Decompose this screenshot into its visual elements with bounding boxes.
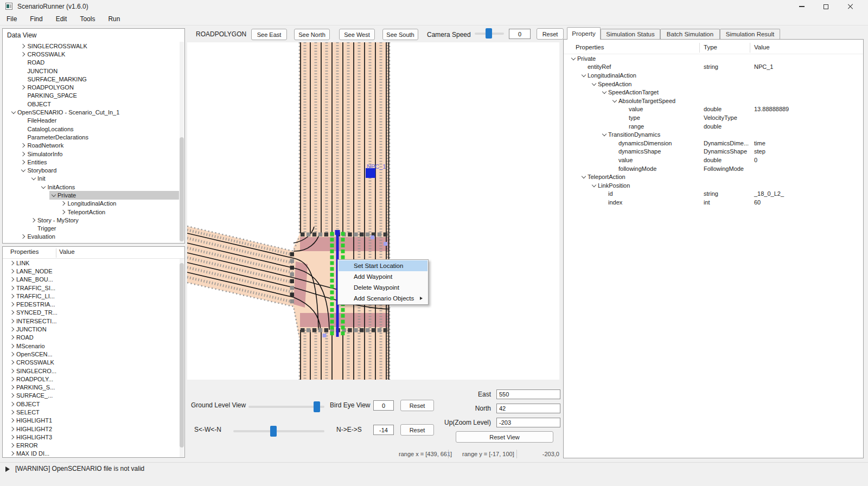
layer-item[interactable]: LANE_BOU... [3, 276, 179, 284]
layer-item[interactable]: OBJECT [3, 400, 179, 408]
property-row[interactable]: rangedouble [564, 122, 862, 131]
layer-item[interactable]: INTERSECTI... [3, 317, 179, 325]
close-button[interactable] [838, 0, 863, 13]
bird-eye-input[interactable] [373, 400, 394, 411]
property-row[interactable]: dynamicsDimensionDynamicsDime...time [564, 139, 862, 148]
map-canvas[interactable]: NPC_1 [187, 42, 559, 380]
property-row[interactable]: typeVelocityType [564, 113, 862, 122]
data-view-scrollbar[interactable] [180, 42, 184, 242]
menu-item-find[interactable]: Find [23, 13, 49, 25]
layer-item[interactable]: HIGHLIGHT1 [3, 417, 179, 425]
property-row[interactable]: valuedouble13.88888889 [564, 105, 862, 114]
east-input[interactable] [496, 389, 560, 399]
tree-item[interactable]: PARKING_SPACE [3, 92, 179, 100]
property-row[interactable]: SpeedAction [564, 80, 862, 88]
layer-scrollbar[interactable] [180, 259, 184, 457]
tab-batch-simulation[interactable]: Batch Simulation [660, 29, 720, 39]
expand-warning-icon[interactable] [5, 466, 10, 472]
property-row[interactable]: entityRefstringNPC_1 [564, 63, 862, 72]
see-button-west[interactable]: See West [339, 29, 375, 40]
camera-speed-slider-thumb[interactable] [486, 28, 492, 39]
property-row[interactable]: TeleportAction [564, 172, 862, 181]
tree-item[interactable]: Evaluation [3, 233, 179, 241]
tree-item[interactable]: SURFACE_MARKING [3, 75, 179, 83]
tree-item[interactable]: Private [3, 191, 179, 199]
tab-simulation-result[interactable]: Simulation Result [720, 29, 780, 39]
menu-item-run[interactable]: Run [101, 13, 126, 25]
tab-property[interactable]: Property [567, 27, 601, 40]
context-menu-item[interactable]: Add Scenario Objects [339, 293, 427, 304]
menu-item-file[interactable]: File [0, 13, 23, 25]
tree-item[interactable]: TeleportAction [3, 208, 179, 216]
tree-item[interactable]: LongitudinalAction [3, 200, 179, 208]
ground-level-slider-thumb[interactable] [314, 401, 320, 412]
layer-item[interactable]: SINGLECRO... [3, 367, 179, 375]
layer-item[interactable]: SURFACE_... [3, 392, 179, 400]
layer-item[interactable]: ERROR [3, 442, 179, 450]
layer-item[interactable]: SYNCED_TR... [3, 309, 179, 317]
property-row[interactable]: AbsoluteTargetSpeed [564, 97, 862, 105]
property-row[interactable]: valuedouble0 [564, 156, 862, 164]
layer-item[interactable]: MScenario [3, 342, 179, 350]
property-row[interactable]: followingModeFollowingMode [564, 164, 862, 173]
layer-item[interactable]: HIGHLIGHT2 [3, 425, 179, 433]
property-row[interactable]: TransitionDynamics [564, 130, 862, 139]
property-row[interactable]: indexint60 [564, 198, 862, 207]
ground-level-slider[interactable] [248, 406, 324, 408]
layer-item[interactable]: LINK [3, 259, 179, 267]
layer-item[interactable]: PEDESTRIA... [3, 300, 179, 308]
rotation-input[interactable] [373, 425, 394, 435]
tree-item[interactable]: InitActions [3, 183, 179, 191]
tree-item[interactable]: CatalogLocations [3, 125, 179, 133]
camera-reset-button[interactable]: Reset [537, 28, 564, 40]
layer-item[interactable]: ROADPOLY... [3, 375, 179, 383]
tree-item[interactable]: CROSSWALK [3, 50, 179, 58]
tree-item[interactable]: SimulatorInfo [3, 150, 179, 158]
property-row[interactable]: idstring_18_0_L2_ [564, 190, 862, 199]
layer-item[interactable]: ROAD [3, 334, 179, 342]
menu-item-tools[interactable]: Tools [73, 13, 101, 25]
bird-eye-reset-button[interactable]: Reset [400, 400, 434, 411]
tree-item[interactable]: Story - MyStory [3, 216, 179, 224]
context-menu-item[interactable]: Set Start Location [339, 260, 427, 271]
tree-item[interactable]: JUNCTION [3, 67, 179, 75]
minimize-button[interactable] [789, 0, 814, 13]
context-menu-item[interactable]: Add Waypoint [339, 271, 427, 282]
layer-item[interactable]: PARKING_S... [3, 383, 179, 391]
layer-item[interactable]: OpenSCEN... [3, 350, 179, 358]
tree-item[interactable]: ROAD [3, 59, 179, 67]
menu-item-edit[interactable]: Edit [49, 13, 74, 25]
reset-view-button[interactable]: Reset View [456, 431, 553, 443]
rotation-reset-button[interactable]: Reset [400, 424, 434, 436]
context-menu-item[interactable]: Delete Waypoint [339, 282, 427, 293]
property-row[interactable]: SpeedActionTarget [564, 88, 862, 97]
property-row[interactable]: LinkPosition [564, 181, 862, 190]
tree-item[interactable]: OpenSCENARIO - Scenario_Cut_In_1 [3, 108, 179, 116]
tree-item[interactable]: Entities [3, 158, 179, 166]
see-button-north[interactable]: See North [294, 29, 330, 40]
rotation-slider[interactable] [233, 430, 324, 432]
tree-item[interactable]: ROADPOLYGON [3, 83, 179, 91]
tree-item[interactable]: Trigger [3, 225, 179, 233]
see-button-east[interactable]: See East [251, 29, 287, 40]
layer-item[interactable]: MAX ID DI... [3, 450, 179, 458]
camera-speed-input[interactable] [509, 29, 531, 39]
tree-item[interactable]: FileHeader [3, 117, 179, 125]
layer-item[interactable]: JUNCTION [3, 325, 179, 333]
layer-item[interactable]: CROSSWALK [3, 359, 179, 367]
layer-item[interactable]: TRAFFIC_LI... [3, 292, 179, 300]
layer-item[interactable]: HIGHLIGHT3 [3, 433, 179, 441]
see-button-south[interactable]: See South [382, 29, 418, 40]
maximize-button[interactable] [814, 0, 838, 13]
property-row[interactable]: LongitudinalAction [564, 71, 862, 80]
layer-item[interactable]: SELECT [3, 408, 179, 416]
tree-item[interactable]: RoadNetwork [3, 142, 179, 150]
tree-item[interactable]: Storyboard [3, 166, 179, 174]
layer-item[interactable]: LANE_NODE [3, 267, 179, 275]
tree-item[interactable]: ParameterDeclarations [3, 133, 179, 141]
layer-item[interactable]: TRAFFIC_SI... [3, 284, 179, 292]
tree-item[interactable]: SINGLECROSSWALK [3, 42, 179, 50]
property-row[interactable]: dynamicsShapeDynamicsShapestep [564, 148, 862, 156]
north-input[interactable] [496, 404, 560, 413]
up-zoom-input[interactable] [496, 418, 560, 427]
